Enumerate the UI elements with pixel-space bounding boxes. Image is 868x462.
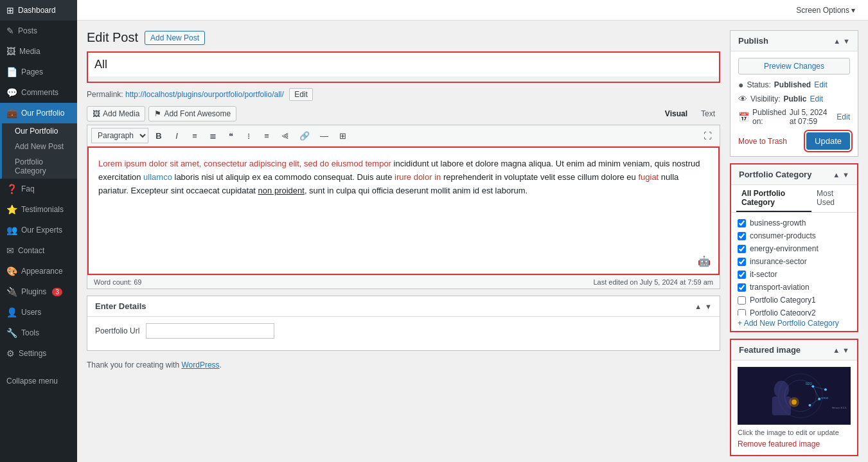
move-to-trash-link[interactable]: Move to Trash	[738, 137, 787, 146]
sidebar-label-portfolio: Our Portfolio	[21, 109, 64, 118]
svg-point-7	[789, 397, 799, 407]
update-button[interactable]: Update	[806, 132, 850, 150]
published-edit-link[interactable]: Edit	[837, 112, 850, 121]
editor-body[interactable]: Lorem ipsum dolor sit amet, consectetur …	[87, 147, 720, 275]
sidebar-item-appearance[interactable]: 🎨 Appearance	[0, 261, 77, 281]
permalink-edit-button[interactable]: Edit	[289, 88, 313, 101]
enter-details-box: Enter Details ▲ ▼ Poertfolio Url	[87, 296, 720, 351]
sidebar-item-comments[interactable]: 💬 Comments	[0, 82, 77, 103]
visibility-value: Public	[783, 94, 806, 103]
cat-checkbox-consumer-products[interactable]	[738, 232, 746, 240]
link-button[interactable]: 🔗	[296, 129, 314, 143]
sidebar-item-plugins[interactable]: 🔌 Plugins 3	[0, 281, 77, 302]
tab-most-used[interactable]: Most Used	[811, 185, 852, 212]
add-new-post-button[interactable]: Add New Post	[145, 31, 205, 45]
remove-featured-image-link[interactable]: Remove featured image	[738, 440, 851, 449]
blockquote-button[interactable]: ❝	[223, 129, 238, 143]
permalink: Permalink: http://localhost/plugins/ourp…	[87, 88, 720, 101]
enter-details-header[interactable]: Enter Details ▲ ▼	[87, 296, 720, 317]
cat-item-it-sector: it-sector	[738, 268, 851, 281]
permalink-url[interactable]: http://localhost/plugins/ourportfolio/po…	[125, 90, 284, 99]
sidebar-sub-item-portfolio-category[interactable]: Portfolio Category	[2, 154, 77, 179]
word-count: Word count: 69	[94, 278, 141, 286]
emoji-button[interactable]: 🤖	[694, 253, 714, 270]
sidebar-item-faq[interactable]: ❓ Faq	[0, 179, 77, 199]
unordered-list-button[interactable]: ≣	[205, 129, 220, 143]
italic-button[interactable]: I	[169, 129, 184, 143]
paragraph-select[interactable]: Paragraph	[91, 128, 148, 143]
posts-icon: ✎	[6, 26, 14, 36]
svg-text:Version 6.5.5: Version 6.5.5	[832, 406, 847, 409]
ordered-list-button[interactable]: ≡	[187, 129, 202, 143]
collapse-menu-label: Collapse menu	[6, 377, 58, 386]
align-left-button[interactable]: ⫶	[241, 129, 256, 143]
sidebar-item-our-portfolio[interactable]: 💼 Our Portfolio	[0, 103, 77, 123]
portfolio-cat-down-icon[interactable]: ▼	[842, 171, 849, 179]
sidebar-item-users[interactable]: 👤 Users	[0, 302, 77, 323]
bold-button[interactable]: B	[151, 129, 166, 143]
page-header: Edit Post Add New Post	[87, 30, 720, 45]
published-value: Jul 5, 2024 at 07:59	[790, 108, 834, 126]
post-title-input[interactable]	[88, 53, 719, 76]
featured-img-down-icon[interactable]: ▼	[842, 346, 849, 354]
sidebar-item-dashboard[interactable]: ⊞ Dashboard	[0, 0, 77, 21]
featured-img-body: SEO WWW Version 6.5.5 Click the image to…	[731, 360, 857, 455]
sidebar-item-testimonials[interactable]: ⭐ Testimonials	[0, 199, 77, 220]
status-edit-link[interactable]: Edit	[814, 80, 828, 89]
sidebar-sub-item-add-new[interactable]: Add New Post	[2, 139, 77, 154]
visual-tab[interactable]: Visual	[660, 107, 693, 120]
sidebar-item-pages[interactable]: 📄 Pages	[0, 62, 77, 82]
cat-checkbox-insurance-sector[interactable]	[738, 258, 746, 266]
wordpress-link[interactable]: WordPress	[181, 360, 219, 369]
cat-label-consumer-products: consumer-products	[750, 231, 816, 240]
featured-img-up-icon[interactable]: ▲	[833, 346, 840, 354]
portfolio-cat-up-icon[interactable]: ▲	[833, 171, 840, 179]
visibility-edit-link[interactable]: Edit	[810, 94, 823, 103]
sidebar-sub-item-our-portfolio[interactable]: Our Portfolio	[2, 123, 77, 139]
font-awesome-icon: ⚑	[154, 109, 161, 118]
preview-button[interactable]: Preview Changes	[738, 58, 850, 75]
fullscreen-button[interactable]: ⛶	[700, 129, 716, 143]
settings-icon: ⚙	[6, 348, 15, 359]
sidebar-label-posts: Posts	[18, 26, 37, 35]
cat-checkbox-portfolio-category1[interactable]	[738, 296, 746, 305]
horizontal-rule-button[interactable]: —	[316, 129, 332, 143]
tab-all-portfolio[interactable]: All Portfolio Category	[736, 185, 811, 212]
text-tab[interactable]: Text	[696, 107, 720, 120]
cat-checkbox-it-sector[interactable]	[738, 271, 746, 279]
collapse-menu[interactable]: Collapse menu	[0, 370, 77, 392]
sidebar-label-experts: Our Experts	[21, 226, 62, 235]
cat-checkbox-energy-environment[interactable]	[738, 245, 746, 253]
enter-details-down-icon[interactable]: ▼	[705, 303, 712, 310]
sidebar-item-experts[interactable]: 👥 Our Experts	[0, 220, 77, 240]
align-right-button[interactable]: ⫷	[277, 129, 293, 143]
published-row: 📅 Published on: Jul 5, 2024 at 07:59 Edi…	[738, 108, 850, 126]
add-new-portfolio-category-link[interactable]: + Add New Portfolio Category	[731, 315, 857, 331]
sidebar-item-posts[interactable]: ✎ Posts	[0, 21, 77, 41]
add-media-button[interactable]: 🖼 Add Media	[87, 106, 145, 121]
publish-down-icon[interactable]: ▼	[843, 37, 850, 45]
sidebar-item-tools[interactable]: 🔧 Tools	[0, 323, 77, 343]
publish-title: Publish	[738, 36, 768, 46]
portfolio-url-input[interactable]	[146, 323, 274, 339]
table-button[interactable]: ⊞	[335, 129, 350, 143]
enter-details-up-icon[interactable]: ▲	[695, 303, 702, 310]
portfolio-cat-tabs: All Portfolio Category Most Used	[731, 185, 857, 213]
sidebar-item-settings[interactable]: ⚙ Settings	[0, 343, 77, 364]
sidebar-item-media[interactable]: 🖼 Media	[0, 41, 77, 62]
last-edited: Last edited on July 5, 2024 at 7:59 am	[593, 278, 713, 286]
publish-box-controls: ▲ ▼	[833, 37, 850, 45]
screen-options-button[interactable]: Screen Options ▾	[790, 6, 862, 15]
cat-checkbox-business-growth[interactable]	[738, 219, 746, 227]
publish-up-icon[interactable]: ▲	[833, 37, 840, 45]
add-media-icon: 🖼	[93, 109, 100, 118]
featured-image-thumbnail[interactable]: SEO WWW Version 6.5.5	[738, 367, 851, 425]
cat-checkbox-portfolio-category2[interactable]	[738, 309, 746, 316]
cat-checkbox-transport-aviation[interactable]	[738, 283, 746, 292]
svg-text:WWW: WWW	[821, 396, 828, 400]
editor-wrapper: Lorem ipsum dolor sit amet, consectetur …	[87, 147, 720, 275]
svg-text:SEO: SEO	[806, 382, 813, 386]
add-font-awesome-button[interactable]: ⚑ Add Font Awesome	[148, 106, 236, 121]
align-center-button[interactable]: ≡	[259, 129, 274, 143]
sidebar-item-contact[interactable]: ✉ Contact	[0, 240, 77, 261]
